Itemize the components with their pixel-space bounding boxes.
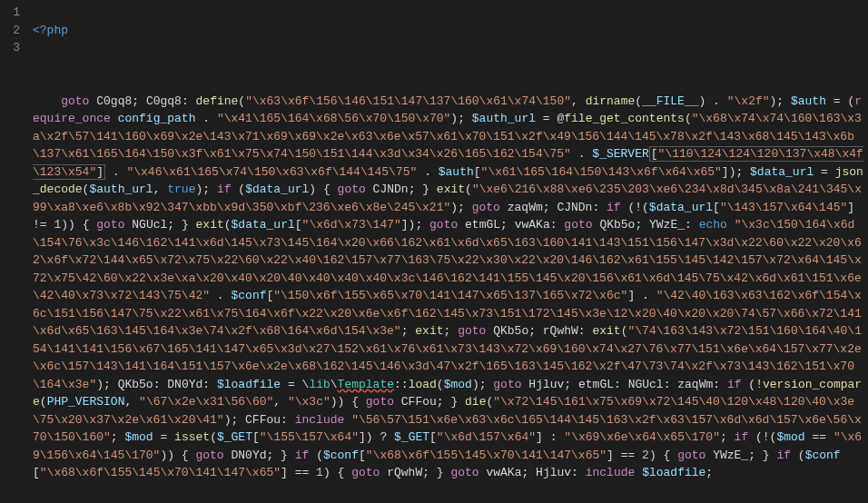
code-editor: 1 2 3 <?php goto C0gq8; C0gq8: define("\…: [0, 0, 868, 503]
error-squiggle: Template: [338, 378, 394, 391]
line-number: 3: [7, 39, 20, 57]
code-line-3: goto C0gq8; C0gq8: define("\x63\x6f\156\…: [33, 93, 868, 482]
line-number: 2: [7, 22, 20, 40]
php-open-tag: <?php: [33, 24, 68, 37]
line-number: 1: [7, 4, 20, 22]
code-area[interactable]: <?php goto C0gq8; C0gq8: define("\x63\x6…: [33, 0, 868, 503]
line-gutter: 1 2 3: [0, 0, 33, 503]
